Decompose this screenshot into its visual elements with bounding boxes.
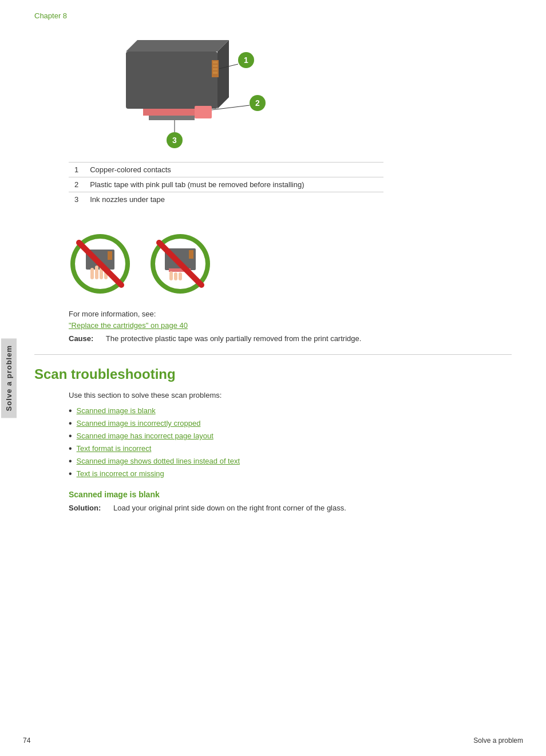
table-row: 3 Ink nozzles under tape [69,192,383,207]
svg-marker-1 [126,40,229,52]
page-footer: 74 Solve a problem [23,737,523,745]
cause-label: Cause: [69,334,93,343]
part-description: Copper-colored contacts [84,163,383,177]
scanned-image-blank-section: Scanned image is blank Solution: Load yo… [34,490,512,512]
list-item: • Scanned image is incorrectly cropped [69,419,512,428]
svg-rect-32 [189,250,193,259]
section-intro: Use this section to solve these scan pro… [69,391,512,399]
main-content: Chapter 8 [23,0,546,535]
warning-symbol-1 [69,232,132,295]
svg-rect-35 [174,272,177,280]
svg-marker-2 [217,40,229,109]
for-more-info-label: For more information, see: [69,310,512,318]
svg-text:3: 3 [172,136,177,145]
list-item: • Scanned image has incorrect page layou… [69,432,512,441]
solution-content: Load your original print side down on th… [113,504,346,512]
list-item: • Scanned image is blank [69,406,512,415]
for-more-info: For more information, see: "Replace the … [69,310,512,343]
bullet-dot: • [69,444,72,453]
replace-cartridges-link[interactable]: "Replace the cartridges" on page 40 [69,321,188,330]
warning-symbol-2 [149,232,212,295]
sidebar-label: Solve a problem [1,338,17,418]
list-item: • Scanned image shows dotted lines inste… [69,457,512,466]
part-number: 3 [69,192,84,207]
bullet-dot: • [69,457,72,466]
bullet-dot: • [69,419,72,428]
svg-text:2: 2 [255,98,260,108]
scan-link-5[interactable]: Scanned image shows dotted lines instead… [77,457,240,465]
svg-rect-6 [213,68,217,70]
bullet-dot: • [69,406,72,415]
scan-problems-list: • Scanned image is blank • Scanned image… [69,406,512,478]
scan-troubleshooting-section: Scan troubleshooting Use this section to… [34,366,512,512]
printer-illustration: 1 2 3 [69,29,286,156]
svg-rect-0 [126,52,217,109]
sub-section-heading: Scanned image is blank [69,490,512,499]
bullet-dot: • [69,432,72,441]
page-number: 74 [23,737,30,745]
bullet-dot: • [69,469,72,478]
parts-table: 1 Copper-colored contacts 2 Plastic tape… [69,162,383,207]
warning-images [69,232,512,295]
svg-rect-7 [213,72,217,74]
part-description: Ink nozzles under tape [84,192,383,207]
svg-rect-25 [95,266,98,279]
svg-rect-34 [169,271,173,280]
svg-rect-23 [108,251,112,260]
printer-diagram: 1 2 3 1 Copper-colored contacts 2 Plasti… [69,29,512,221]
part-number: 1 [69,163,84,177]
scan-link-2[interactable]: Scanned image is incorrectly cropped [77,419,201,428]
table-row: 1 Copper-colored contacts [69,163,383,177]
sidebar: Solve a problem [0,0,17,756]
part-description: Plastic tape with pink pull tab (must be… [84,177,383,192]
cause-paragraph: Cause: The protective plastic tape was o… [69,334,512,343]
svg-rect-10 [149,116,195,120]
svg-rect-9 [195,106,212,118]
scan-link-6[interactable]: Text is incorrect or missing [77,469,164,478]
scan-link-4[interactable]: Text format is incorrect [77,444,152,453]
cartridge-svg: 1 2 3 [69,29,286,155]
svg-rect-4 [213,61,217,64]
solution-text: Solution: Load your original print side … [69,504,512,512]
svg-rect-36 [179,272,182,280]
svg-rect-8 [143,109,200,116]
table-row: 2 Plastic tape with pink pull tab (must … [69,177,383,192]
cause-text-content: The protective plastic tape was only par… [106,334,362,343]
footer-label: Solve a problem [473,737,523,745]
scan-link-1[interactable]: Scanned image is blank [77,406,156,415]
part-number: 2 [69,177,84,192]
svg-rect-5 [213,65,217,67]
list-item: • Text is incorrect or missing [69,469,512,478]
scan-link-3[interactable]: Scanned image has incorrect page layout [77,432,213,440]
solution-label: Solution: [69,504,101,512]
scan-troubleshooting-title: Scan troubleshooting [34,366,512,382]
section-divider [34,354,512,355]
chapter-heading: Chapter 8 [34,11,512,20]
svg-text:1: 1 [244,56,248,65]
list-item: • Text format is incorrect [69,444,512,453]
svg-rect-24 [90,268,94,279]
